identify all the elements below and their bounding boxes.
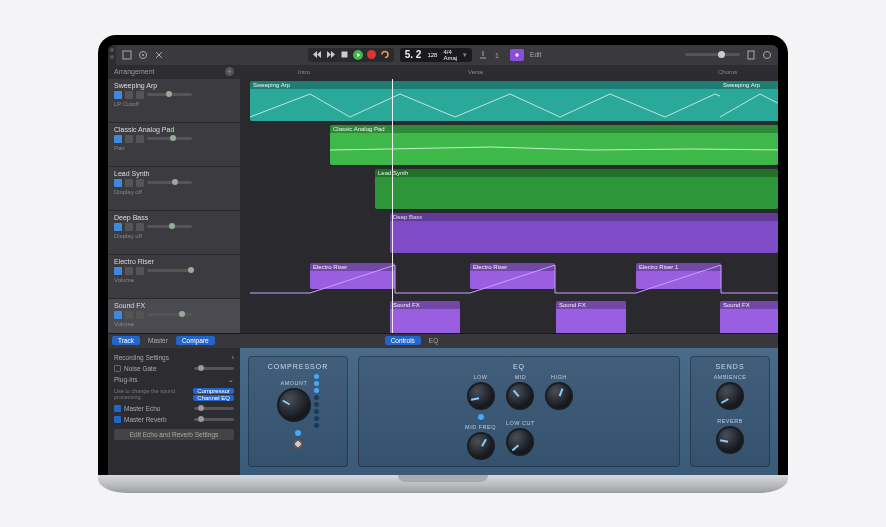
lowcut-knob[interactable]: [506, 428, 534, 456]
track-lane[interactable]: Deep Bass: [240, 211, 778, 255]
solo-button[interactable]: [125, 267, 133, 275]
lock-icon[interactable]: [136, 223, 144, 231]
track-lane[interactable]: Sweeping Arp Sweeping Arp: [240, 79, 778, 123]
marker-chorus[interactable]: Chorus: [718, 69, 737, 75]
region[interactable]: Classic Analog Pad: [330, 125, 778, 165]
knob-label: HIGH: [551, 374, 567, 380]
plugin-channel-eq[interactable]: Channel EQ: [193, 395, 234, 401]
mute-button[interactable]: [114, 179, 122, 187]
track-header[interactable]: Deep Bass Display off: [108, 211, 240, 255]
tab-master[interactable]: Master: [142, 336, 174, 345]
track-header[interactable]: Sweeping Arp LP Cutoff: [108, 79, 240, 123]
high-knob[interactable]: [545, 382, 573, 410]
library-icon[interactable]: [110, 48, 114, 52]
track-volume-slider[interactable]: [147, 269, 192, 272]
scissors-icon[interactable]: [154, 50, 164, 60]
mid-knob[interactable]: [506, 382, 534, 410]
track-lane[interactable]: Lead Synth: [240, 167, 778, 211]
timeline-ruler[interactable]: Intro Verse Chorus: [240, 65, 778, 79]
ambience-knob[interactable]: [716, 382, 744, 410]
edit-label[interactable]: Edit: [530, 51, 541, 58]
midfreq-knob[interactable]: [467, 432, 495, 460]
lock-icon[interactable]: [136, 267, 144, 275]
lock-icon[interactable]: [136, 135, 144, 143]
lock-icon[interactable]: [136, 311, 144, 319]
tab-compare[interactable]: Compare: [176, 336, 215, 345]
knob-label: LOW CUT: [506, 420, 535, 426]
track-header[interactable]: Classic Analog Pad Pan: [108, 123, 240, 167]
recording-settings-row[interactable]: Recording Settings ›: [114, 352, 234, 363]
track-header[interactable]: Lead Synth Display off: [108, 167, 240, 211]
forward-button[interactable]: [326, 50, 336, 59]
region[interactable]: Sweeping Arp: [720, 81, 778, 121]
track-volume-slider[interactable]: [147, 225, 192, 228]
record-button[interactable]: [367, 50, 376, 59]
tuner-icon[interactable]: [478, 50, 488, 60]
mute-button[interactable]: [114, 223, 122, 231]
track-automation-label: Display off: [114, 233, 234, 239]
track-header[interactable]: Sound FX Volume: [108, 299, 240, 333]
master-echo-checkbox[interactable]: [114, 405, 121, 412]
solo-button[interactable]: [125, 311, 133, 319]
plugin-compressor[interactable]: Compressor: [193, 388, 234, 394]
lock-icon[interactable]: [136, 91, 144, 99]
lcd-display[interactable]: 5. 2 128 4/4 Amaj ▾: [400, 48, 472, 62]
region[interactable]: Sound FX: [720, 301, 778, 333]
view-icon[interactable]: [122, 50, 132, 60]
rewind-button[interactable]: [312, 50, 322, 59]
edit-echo-reverb-button[interactable]: Edit Echo and Reverb Settings: [114, 429, 234, 440]
track-volume-slider[interactable]: [147, 137, 192, 140]
arrangement-area[interactable]: Sweeping Arp Sweeping Arp Classic Analog…: [240, 79, 778, 333]
stop-button[interactable]: [340, 50, 349, 59]
loop-browser-icon[interactable]: [762, 50, 772, 60]
region[interactable]: Sound FX: [556, 301, 626, 333]
region[interactable]: Sweeping Arp: [250, 81, 778, 121]
tab-controls[interactable]: Controls: [385, 336, 421, 345]
solo-button[interactable]: [125, 179, 133, 187]
track-volume-slider[interactable]: [147, 93, 192, 96]
noise-gate-slider[interactable]: [194, 367, 234, 370]
solo-button[interactable]: [125, 135, 133, 143]
chevron-down-icon[interactable]: ▾: [463, 51, 467, 59]
lock-icon[interactable]: [136, 179, 144, 187]
track-volume-slider[interactable]: [147, 181, 192, 184]
marker-intro[interactable]: Intro: [298, 69, 310, 75]
count-in-icon[interactable]: 1: [494, 50, 504, 60]
track-volume-slider[interactable]: [147, 313, 192, 316]
region[interactable]: Deep Bass: [390, 213, 778, 253]
plugins-row[interactable]: Plug-ins ⌄: [114, 374, 234, 386]
mute-button[interactable]: [114, 311, 122, 319]
track-lane[interactable]: Sound FX Sound FX Sound FX: [240, 299, 778, 333]
solo-button[interactable]: [125, 91, 133, 99]
marker-verse[interactable]: Verse: [468, 69, 483, 75]
settings-icon[interactable]: [138, 50, 148, 60]
track-lane[interactable]: Electro Riser Electro Riser Electro Rise…: [240, 255, 778, 299]
noise-gate-checkbox[interactable]: [114, 365, 121, 372]
add-marker-icon[interactable]: +: [225, 67, 234, 76]
plugins-hint: Use to change the sound processing.: [114, 388, 193, 400]
cycle-button[interactable]: [380, 50, 390, 59]
tab-track[interactable]: Track: [112, 336, 140, 345]
low-knob[interactable]: [467, 382, 495, 410]
region[interactable]: Lead Synth: [375, 169, 778, 209]
master-reverb-slider[interactable]: [194, 418, 234, 421]
solo-button[interactable]: [125, 223, 133, 231]
region[interactable]: Sound FX: [390, 301, 460, 333]
mute-button[interactable]: [114, 267, 122, 275]
master-volume-slider[interactable]: [685, 53, 740, 56]
master-echo-slider[interactable]: [194, 407, 234, 410]
tab-eq[interactable]: EQ: [423, 336, 444, 345]
master-reverb-checkbox[interactable]: [114, 416, 121, 423]
notepad-icon[interactable]: [746, 50, 756, 60]
quickhelp-icon[interactable]: [110, 55, 114, 59]
region-label: Sound FX: [390, 301, 460, 309]
track-header[interactable]: Electro Riser Volume: [108, 255, 240, 299]
play-button[interactable]: [353, 50, 363, 60]
reverb-knob[interactable]: [716, 426, 744, 454]
mute-button[interactable]: [114, 91, 122, 99]
amount-knob[interactable]: [277, 388, 311, 422]
master-track-button[interactable]: [510, 49, 524, 61]
track-lane[interactable]: Classic Analog Pad: [240, 123, 778, 167]
mute-button[interactable]: [114, 135, 122, 143]
playhead[interactable]: [392, 79, 393, 333]
